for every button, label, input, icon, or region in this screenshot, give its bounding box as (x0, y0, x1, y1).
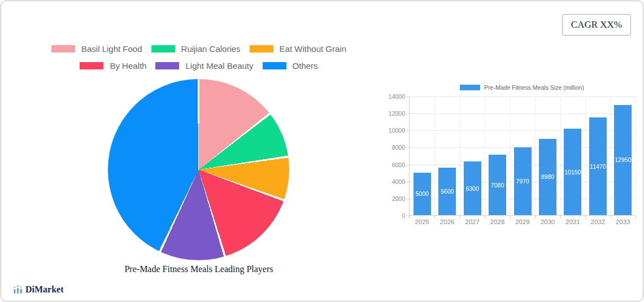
y-axis-tick (406, 97, 409, 97)
bar-2025[interactable]: 5000 (414, 173, 431, 215)
y-axis-label: 0 (378, 212, 405, 219)
report-card: CAGR XX% Basil Light FoodRuijian Calorie… (1, 1, 643, 301)
gridline-vertical (585, 97, 586, 215)
bar-chart-legend: Pre-Made Fitness Meals Size (million) (409, 84, 635, 91)
y-axis-label: 8000 (378, 144, 405, 151)
x-axis-label: 2030 (535, 218, 560, 225)
gridline-vertical (611, 97, 611, 215)
bar-value-label: 7080 (488, 182, 507, 189)
bar-chart-section: Pre-Made Fitness Meals Size (million) 02… (397, 83, 643, 235)
bar-value-label: 7970 (513, 178, 533, 185)
cagr-badge: CAGR XX% (562, 14, 631, 36)
legend-label: Basil Light Food (81, 44, 142, 54)
gridline-vertical (510, 97, 511, 215)
gridline-vertical (460, 97, 460, 215)
y-axis-label: 10000 (378, 127, 405, 134)
bar-value-label: 6300 (463, 185, 482, 192)
legend-label: Eat Without Grain (280, 44, 346, 54)
x-axis-label: 2027 (460, 218, 485, 225)
gridline-horizontal (410, 113, 635, 114)
x-axis-label: 2025 (410, 218, 434, 225)
legend-swatch (80, 62, 103, 69)
gridline-vertical (560, 97, 561, 215)
pie-chart-section: Basil Light FoodRuijian CaloriesEat With… (12, 1, 385, 301)
legend-item[interactable]: Basil Light Food (51, 44, 142, 54)
x-axis-label: 2029 (510, 218, 535, 225)
bar-2026[interactable]: 5600 (438, 168, 456, 215)
bar-2030[interactable]: 8980 (539, 139, 556, 215)
bar-value-label: 5600 (437, 188, 457, 195)
bar-legend-swatch (460, 85, 480, 90)
brand-name: DiMarket (25, 285, 64, 295)
legend-label: By Health (110, 61, 146, 71)
legend-swatch (155, 62, 179, 69)
x-axis-tick (636, 216, 636, 218)
pie-legend: Basil Light FoodRuijian CaloriesEat With… (12, 44, 385, 71)
bar-value-label: 8980 (538, 173, 558, 180)
gridline-vertical (485, 97, 485, 215)
legend-swatch (51, 45, 75, 52)
y-axis-tick (406, 113, 409, 114)
legend-item[interactable]: Eat Without Grain (250, 44, 346, 54)
y-axis-label: 14000 (378, 93, 405, 100)
bar-2033[interactable]: 12950 (614, 105, 632, 215)
brand-logo: DiMarket (13, 285, 64, 295)
legend-item[interactable]: By Health (80, 61, 146, 71)
legend-label: Ruijian Calories (181, 44, 241, 54)
legend-swatch (250, 45, 273, 52)
legend-label: Others (293, 61, 318, 71)
bar-value-label: 5000 (412, 190, 432, 197)
bar-2027[interactable]: 6300 (464, 161, 481, 215)
bar-value-label: 10150 (563, 169, 582, 176)
y-axis-label: 6000 (378, 161, 405, 168)
y-axis-tick (406, 216, 409, 216)
legend-item[interactable]: Ruijian Calories (151, 44, 241, 54)
legend-item[interactable]: Others (263, 61, 318, 71)
gridline-vertical (434, 97, 435, 215)
legend-item[interactable]: Light Meal Beauty (155, 61, 253, 71)
gridline-vertical (535, 97, 536, 215)
pie-chart (108, 79, 289, 260)
gridline-horizontal (410, 97, 635, 97)
y-axis-label: 4000 (378, 178, 405, 185)
x-axis-label: 2031 (560, 218, 585, 225)
x-axis-label: 2033 (611, 218, 636, 225)
bar-legend-label: Pre-Made Fitness Meals Size (million) (484, 84, 584, 91)
legend-swatch (151, 45, 175, 52)
x-axis-label: 2026 (434, 218, 459, 225)
y-axis-tick (406, 147, 409, 148)
x-axis-label: 2032 (585, 218, 610, 225)
y-axis-label: 2000 (378, 195, 405, 202)
bar-2029[interactable]: 7970 (514, 147, 532, 215)
bar-plot: 0200040006000800010000120001400050002025… (409, 97, 635, 216)
y-axis-tick (406, 199, 409, 199)
y-axis-tick (406, 165, 409, 165)
y-axis-tick (406, 182, 409, 182)
pie-legend-row-1: Basil Light FoodRuijian CaloriesEat With… (51, 44, 346, 54)
bar-2032[interactable]: 11470 (589, 117, 607, 215)
bar-2031[interactable]: 10150 (564, 129, 581, 215)
pie-legend-row-2: By HealthLight Meal BeautyOthers (80, 61, 317, 71)
y-axis-label: 12000 (378, 110, 405, 117)
bar-chart-logo-icon (13, 285, 23, 295)
x-axis-label: 2028 (485, 218, 510, 225)
legend-swatch (263, 62, 286, 69)
y-axis-tick (406, 130, 409, 131)
gridline-vertical (636, 97, 636, 215)
bar-2028[interactable]: 7080 (489, 155, 506, 215)
bar-value-label: 11470 (588, 163, 608, 170)
bar-value-label: 12950 (613, 156, 633, 163)
legend-label: Light Meal Beauty (185, 61, 253, 71)
pie-chart-title: Pre-Made Fitness Meals Leading Players (12, 264, 385, 274)
